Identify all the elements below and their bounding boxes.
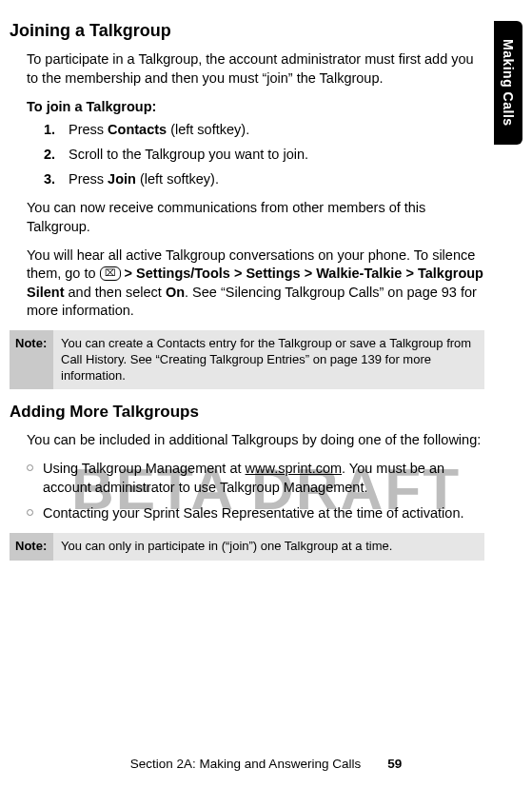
note-body: You can only in participate in (“join”) …	[53, 533, 484, 561]
link-sprint: www.sprint.com	[246, 461, 343, 476]
intro-paragraph: To participate in a Talkgroup, the accou…	[27, 50, 484, 88]
note-label: Note:	[10, 533, 53, 561]
step-text: Scroll to the Talkgroup you want to join…	[69, 145, 308, 166]
bullet-2: Contacting your Sprint Sales Representat…	[27, 504, 484, 523]
note-box-1: Note: You can create a Contacts entry fo…	[10, 330, 484, 390]
paragraph-receive: You can now receive communications from …	[27, 199, 484, 236]
heading-joining-talkgroup: Joining a Talkgroup	[10, 21, 484, 41]
step-3: 3. Press Join (left softkey).	[44, 169, 484, 190]
step-text: Press Join (left softkey).	[69, 169, 219, 190]
bullet-text: Using Talkgroup Management at www.sprint…	[43, 460, 484, 497]
page-footer: Section 2A: Making and Answering Calls59	[0, 757, 532, 771]
step-bold: Join	[108, 171, 136, 187]
paragraph-included: You can be included in additional Talkgr…	[27, 431, 484, 450]
step-bold: Contacts	[108, 122, 167, 137]
step-number: 1.	[44, 120, 61, 141]
bullet-1: Using Talkgroup Management at www.sprint…	[27, 460, 484, 497]
steps-list: 1. Press Contacts (left softkey). 2. Scr…	[44, 120, 484, 189]
menu-key-icon: ⌧	[100, 266, 121, 281]
side-tab-making-calls: Making Calls	[494, 21, 522, 145]
bullet-text: Contacting your Sprint Sales Representat…	[43, 504, 463, 523]
note-label: Note:	[10, 330, 53, 390]
bullet-icon	[27, 464, 33, 471]
step-text: Press Contacts (left softkey).	[69, 120, 249, 141]
bullet-icon	[27, 509, 33, 516]
bullet-list: Using Talkgroup Management at www.sprint…	[27, 460, 484, 523]
text-run: and then select	[64, 285, 165, 300]
step-number: 3.	[44, 169, 61, 190]
subhead-to-join: To join a Talkgroup:	[27, 99, 484, 114]
heading-adding-more: Adding More Talkgroups	[10, 403, 484, 422]
paragraph-silence: You will hear all active Talkgroup conve…	[27, 246, 484, 321]
step-2: 2. Scroll to the Talkgroup you want to j…	[44, 145, 484, 166]
step-post: (left softkey).	[136, 171, 219, 187]
note-box-2: Note: You can only in participate in (“j…	[10, 533, 484, 561]
note-body: You can create a Contacts entry for the …	[53, 330, 484, 390]
page-number: 59	[387, 757, 402, 771]
text-run: Using Talkgroup Management at	[43, 461, 246, 476]
footer-section: Section 2A: Making and Answering Calls	[130, 757, 361, 771]
step-post: (left softkey).	[167, 122, 249, 137]
text-bold: On	[166, 285, 185, 300]
step-pre: Press	[69, 171, 108, 187]
step-pre: Press	[69, 122, 108, 137]
step-number: 2.	[44, 145, 61, 166]
step-1: 1. Press Contacts (left softkey).	[44, 120, 484, 141]
